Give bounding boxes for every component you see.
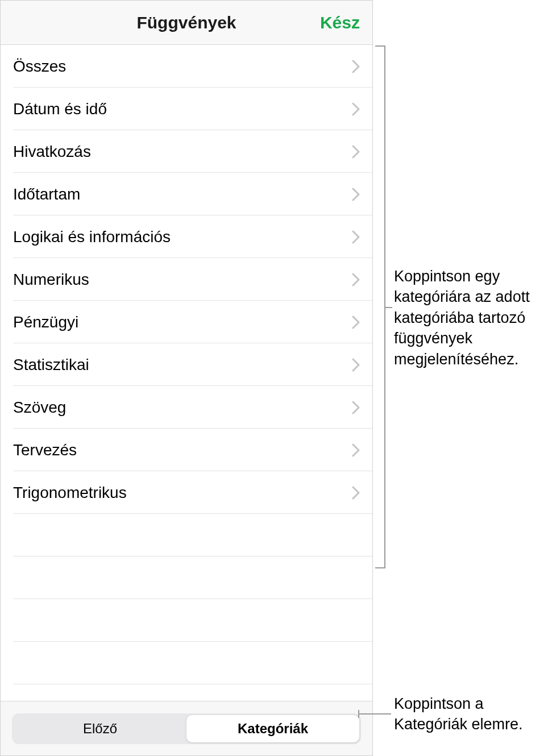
category-item-engineering[interactable]: Tervezés — [1, 429, 372, 471]
category-item-trigonometric[interactable]: Trigonometrikus — [1, 471, 372, 514]
category-item-date-time[interactable]: Dátum és idő — [1, 88, 372, 130]
chevron-right-icon — [352, 443, 360, 457]
chevron-right-icon — [352, 188, 360, 201]
category-list[interactable]: Összes Dátum és idő Hivatkozás Időtartam… — [1, 45, 372, 701]
panel-footer: Előző Kategóriák — [1, 701, 372, 755]
chevron-right-icon — [352, 486, 360, 500]
empty-rows — [1, 514, 372, 684]
category-item-statistical[interactable]: Statisztikai — [1, 343, 372, 386]
callout-bracket-icon — [375, 45, 385, 568]
chevron-right-icon — [352, 145, 360, 159]
segment-previous[interactable]: Előző — [14, 715, 186, 742]
category-item-label: Trigonometrikus — [13, 484, 127, 502]
functions-panel: Függvények Kész Összes Dátum és idő Hiva… — [0, 0, 373, 756]
category-item-financial[interactable]: Pénzügyi — [1, 301, 372, 343]
category-item-reference[interactable]: Hivatkozás — [1, 130, 372, 173]
category-item-label: Logikai és információs — [13, 228, 171, 246]
category-item-numeric[interactable]: Numerikus — [1, 258, 372, 301]
segment-categories[interactable]: Kategóriák — [186, 715, 359, 742]
callout-bracket-stem-icon — [385, 307, 392, 308]
category-item-label: Szöveg — [13, 398, 66, 417]
chevron-right-icon — [352, 401, 360, 414]
callout-list-hint: Koppintson egy kategóriára az adott kate… — [394, 266, 550, 369]
category-item-duration[interactable]: Időtartam — [1, 173, 372, 215]
chevron-right-icon — [352, 358, 360, 372]
panel-header: Függvények Kész — [1, 1, 372, 45]
category-item-all[interactable]: Összes — [1, 45, 372, 88]
chevron-right-icon — [352, 60, 360, 73]
category-item-label: Statisztikai — [13, 356, 89, 374]
empty-row — [1, 642, 372, 684]
category-item-label: Időtartam — [13, 185, 80, 203]
category-item-logical-info[interactable]: Logikai és információs — [1, 215, 372, 258]
empty-row — [1, 514, 372, 556]
segmented-control: Előző Kategóriák — [12, 713, 361, 744]
callout-footer-hint: Koppintson a Kategóriák elemre. — [394, 693, 550, 735]
category-item-text[interactable]: Szöveg — [1, 386, 372, 429]
category-item-label: Dátum és idő — [13, 100, 107, 118]
chevron-right-icon — [352, 315, 360, 329]
panel-title: Függvények — [136, 13, 236, 32]
chevron-right-icon — [352, 273, 360, 286]
category-item-label: Numerikus — [13, 271, 89, 289]
chevron-right-icon — [352, 230, 360, 244]
empty-row — [1, 599, 372, 642]
empty-row — [1, 556, 372, 599]
category-item-label: Tervezés — [13, 441, 77, 459]
callout-leader-line-icon — [359, 713, 391, 715]
done-button[interactable]: Kész — [320, 13, 360, 32]
chevron-right-icon — [352, 102, 360, 116]
category-item-label: Pénzügyi — [13, 313, 78, 331]
category-item-label: Összes — [13, 57, 66, 76]
category-item-label: Hivatkozás — [13, 143, 91, 161]
